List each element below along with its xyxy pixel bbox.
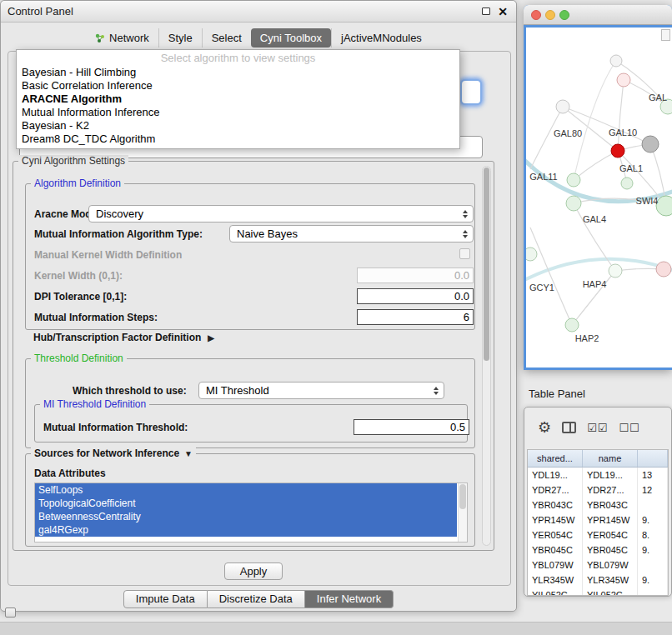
network-node[interactable] — [656, 196, 672, 216]
data-attribute-item[interactable]: gal4RGexp — [35, 523, 457, 537]
float-panel-icon[interactable] — [482, 8, 490, 15]
network-node-label: HAP4 — [583, 279, 607, 289]
network-scrollbar[interactable] — [661, 29, 670, 41]
settings-scrollbar-thumb[interactable] — [484, 168, 489, 361]
control-panel-titlebar[interactable]: Control Panel ✕ — [1, 1, 516, 22]
settings-scrollbar[interactable] — [482, 166, 491, 546]
combo-arrows-icon — [434, 387, 439, 395]
mi-steps-label: Mutual Information Steps: — [34, 312, 158, 323]
network-node[interactable] — [566, 196, 581, 211]
network-window-titlebar[interactable] — [524, 5, 672, 25]
table-panel-toolbar: ⚙ ☑☑ ☐☐ — [524, 408, 671, 448]
table-cell: YBR045C — [583, 542, 638, 558]
network-node[interactable] — [565, 318, 579, 332]
apply-button[interactable]: Apply — [224, 562, 283, 580]
algorithm-option[interactable]: Dream8 DC_TDC Algorithm — [17, 132, 459, 146]
tab-cyni-toolbox[interactable]: Cyni Toolbox — [251, 28, 331, 48]
mac-zoom-button[interactable] — [559, 10, 569, 20]
table-row[interactable]: YDL19...YDL19...13 — [528, 468, 668, 482]
mac-minimize-button[interactable] — [545, 10, 555, 20]
table-column-header[interactable]: name — [583, 450, 638, 467]
network-canvas-area[interactable]: GAL80GAL10GAL11GAL1SWI4GAL4GCY1HAP4HAP2G… — [526, 28, 672, 368]
table-row[interactable]: YBR043CYBR043C — [528, 498, 668, 512]
select-all-columns-icon[interactable]: ☑☑ — [587, 422, 608, 434]
bottom-tab-impute-data[interactable]: Impute Data — [123, 590, 208, 608]
attribute-list-scrollbar-thumb[interactable] — [459, 484, 466, 509]
which-threshold-select[interactable]: MI Threshold — [198, 382, 444, 399]
table-cell: YDR27... — [528, 482, 583, 498]
table-row[interactable]: YBR045CYBR045C9. — [528, 542, 668, 558]
close-panel-icon[interactable]: ✕ — [498, 4, 508, 19]
collapse-arrow-icon[interactable]: ▼ — [184, 448, 193, 460]
algorithm-option[interactable]: ARACNE Algorithm — [17, 92, 459, 106]
attribute-list-scrollbar[interactable] — [458, 483, 467, 542]
table-column-header[interactable] — [638, 450, 668, 467]
network-edge[interactable] — [618, 80, 624, 151]
bottom-tab-discretize-data[interactable]: Discretize Data — [208, 590, 305, 608]
table-row[interactable]: YLR345WYLR345W9. — [528, 572, 668, 588]
gear-icon[interactable]: ⚙ — [538, 419, 551, 436]
network-node[interactable] — [642, 136, 659, 152]
data-attribute-item[interactable]: BetweennessCentrality — [35, 510, 457, 523]
table-cell: YBR045C — [528, 542, 583, 558]
minimized-panel-icon[interactable] — [5, 608, 16, 618]
network-node[interactable] — [610, 55, 622, 67]
table-row[interactable]: YBL079WYBL079W — [528, 558, 668, 572]
network-node[interactable] — [609, 264, 622, 278]
network-node[interactable] — [611, 144, 624, 158]
tab-label: Network — [109, 32, 149, 44]
network-edge[interactable] — [574, 151, 618, 180]
algorithm-option[interactable]: Bayesian - Hill Climbing — [17, 66, 459, 79]
network-node[interactable] — [567, 173, 580, 187]
desktop: Control Panel ✕ NetworkStyleSelectCyni T… — [0, 0, 672, 635]
network-node[interactable] — [656, 262, 671, 277]
sources-group: Sources for Network Inference ▼ Data Att… — [25, 453, 475, 547]
expand-arrow-icon[interactable]: ▶ — [208, 333, 214, 342]
network-node-label: GAL10 — [609, 128, 637, 138]
sources-group-title[interactable]: Sources for Network Inference ▼ — [31, 448, 196, 460]
table-cell — [638, 558, 668, 572]
algorithm-option[interactable]: Basic Correlation Inference — [17, 79, 459, 92]
table-row[interactable]: YPR145WYPR145W9. — [528, 512, 668, 528]
table-cell: YPR145W — [528, 512, 583, 528]
tab-network[interactable]: Network — [86, 28, 158, 48]
data-attributes-list[interactable]: SelfLoopsTopologicalCoefficientBetweenne… — [34, 482, 468, 542]
table-column-header[interactable]: shared... — [528, 450, 583, 467]
tab-select[interactable]: Select — [202, 28, 251, 48]
combo-arrows-icon — [463, 210, 468, 218]
mi-type-value: Naive Bayes — [237, 228, 298, 240]
table-panel-title: Table Panel — [529, 388, 585, 400]
tab-jactivemnodules[interactable]: jActiveMNodules — [331, 28, 431, 48]
aracne-mode-select[interactable]: Discovery — [88, 205, 474, 222]
network-node[interactable] — [617, 73, 630, 87]
network-node[interactable] — [526, 248, 537, 261]
data-attribute-item[interactable]: TopologicalCoefficient — [35, 497, 457, 510]
table-row[interactable]: YDR27...YDR27...12 — [528, 482, 668, 498]
network-edge[interactable] — [530, 228, 572, 325]
network-node[interactable] — [621, 178, 633, 189]
tab-style[interactable]: Style — [158, 28, 202, 48]
mi-threshold-input[interactable] — [354, 419, 469, 435]
data-attribute-item[interactable]: SelfLoops — [35, 483, 457, 497]
hub-definition-section[interactable]: Hub/Transcription Factor Definition ▶ — [33, 332, 214, 343]
mi-steps-input[interactable] — [357, 309, 474, 325]
table-cell — [638, 498, 668, 512]
mac-close-button[interactable] — [531, 10, 541, 20]
table-cell: YBR043C — [528, 498, 583, 512]
network-edge[interactable] — [563, 107, 650, 144]
bottom-tab-infer-network[interactable]: Infer Network — [305, 590, 394, 608]
algorithm-option[interactable]: Mutual Information Inference — [17, 106, 459, 119]
column-layout-icon[interactable] — [562, 422, 576, 433]
tab-label: Style — [168, 32, 193, 44]
algorithm-option[interactable]: Bayesian - K2 — [17, 119, 459, 132]
manual-kernel-checkbox[interactable] — [459, 248, 470, 259]
sources-title-text: Sources for Network Inference — [34, 448, 179, 460]
network-canvas[interactable]: GAL80GAL10GAL11GAL1SWI4GAL4GCY1HAP4HAP2G… — [526, 28, 672, 368]
mi-type-select[interactable]: Naive Bayes — [229, 225, 474, 242]
deselect-all-columns-icon[interactable]: ☐☐ — [619, 422, 639, 434]
network-node[interactable] — [556, 100, 569, 113]
table-row[interactable]: YIL052CYIL052C — [528, 588, 668, 596]
table-cell: 13 — [638, 468, 668, 482]
dpi-tolerance-input[interactable] — [357, 288, 474, 304]
table-row[interactable]: YER054CYER054C8. — [528, 528, 668, 542]
